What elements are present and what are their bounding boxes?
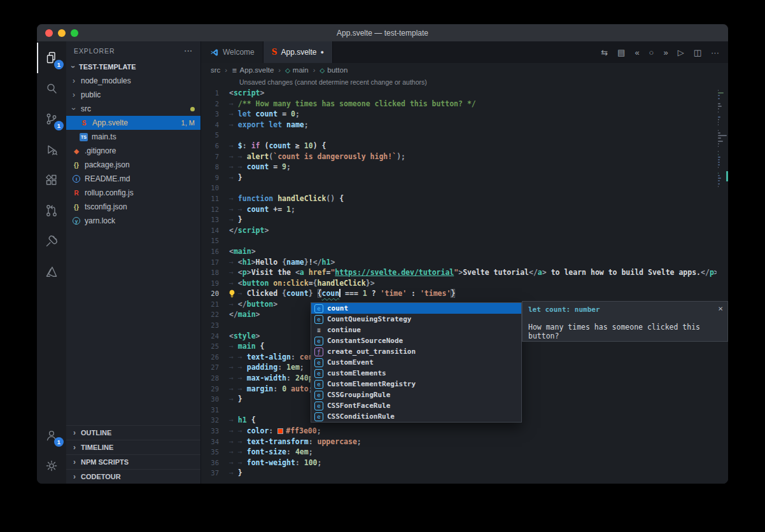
split-editor-icon[interactable]: ◫ (694, 48, 701, 57)
suggestion-countqueuingstrategy[interactable]: eCountQueuingStrategy (311, 314, 521, 325)
code-line[interactable]: 35→ → font-size: 4em; (201, 447, 728, 458)
code-line[interactable]: 37→ } (201, 468, 728, 479)
code-line[interactable]: 2→ /** How many times has someone clicke… (201, 99, 728, 109)
more-actions-icon[interactable]: ··· (711, 48, 719, 57)
code-line[interactable]: 19→ <button on:click={handleClick}> (201, 278, 728, 289)
suggestion-continue[interactable]: ≣continue (311, 325, 521, 335)
compare-changes-icon[interactable]: ⇆ (601, 48, 608, 57)
annotate-icon[interactable]: ○ (649, 48, 654, 57)
code-line[interactable]: 8→ → count = 9; (201, 162, 728, 172)
ts-file-icon: TS (80, 133, 88, 141)
sidebar-panel-timeline[interactable]: TIMELINE (66, 440, 200, 454)
sidebar-panel-codetour[interactable]: CODETOUR (66, 469, 200, 484)
code-line[interactable]: 13→ } (201, 214, 728, 225)
activity-remote-icon[interactable] (37, 226, 66, 256)
project-section-header[interactable]: TEST-TEMPLATE (66, 60, 200, 74)
suggestion-customelements[interactable]: ecustomElements (311, 368, 521, 379)
open-preview-icon[interactable]: ▤ (617, 48, 625, 57)
editor-actions: ⇆▤«○»▷◫··· (601, 41, 728, 63)
activity-azure-icon[interactable] (37, 256, 66, 287)
code-line[interactable]: 18→ <p>Visit the <a href="https://svelte… (201, 267, 728, 278)
code-line[interactable]: 9→ } (201, 172, 728, 183)
code-line[interactable]: 4→ export let name; (201, 120, 728, 130)
tree-item-node-modules[interactable]: node_modules (66, 74, 200, 88)
sidebar-panel-npm-scripts[interactable]: NPM SCRIPTS (66, 454, 200, 469)
suggestion-customevent[interactable]: eCustomEvent (311, 357, 521, 368)
run-file-icon[interactable]: ▷ (678, 48, 684, 57)
suggestion-cssconditionrule[interactable]: eCSSConditionRule (311, 411, 521, 422)
activity-settings-icon[interactable] (37, 451, 66, 481)
activity-account-icon[interactable]: 1 (37, 420, 66, 451)
file-tree: node_modulespublicsrcSApp.svelte1, MTSma… (66, 74, 200, 228)
code-line[interactable]: 3→ let count = 0; (201, 109, 728, 120)
line-number: 14 (201, 225, 229, 236)
close-window-button[interactable] (45, 29, 53, 37)
code-line[interactable]: 12→ → count += 1; (201, 204, 728, 215)
activity-github-pr-icon[interactable] (37, 195, 66, 226)
tab-label: App.svelte (281, 48, 316, 57)
activity-run-debug-icon[interactable] (37, 134, 66, 165)
sidebar-panel-outline[interactable]: OUTLINE (66, 425, 200, 440)
code-line[interactable]: 5 (201, 130, 728, 141)
suggestion-count[interactable]: ecount (311, 303, 521, 314)
code-line[interactable]: 15 (201, 235, 728, 246)
tree-item-app-svelte[interactable]: SApp.svelte1, M (66, 116, 200, 130)
code-line[interactable]: 11→ function handleClick() { (201, 193, 728, 204)
close-icon[interactable] (718, 304, 723, 313)
activity-extensions-icon[interactable] (37, 165, 66, 195)
suggestion-constantsourcenode[interactable]: eConstantSourceNode (311, 335, 521, 346)
breadcrumb-item-app-svelte[interactable]: ≣App.svelte (232, 66, 274, 74)
code-line[interactable]: 10 (201, 183, 728, 193)
code-line[interactable]: 1<script> (201, 88, 728, 99)
breadcrumb-item-main[interactable]: ◇main (285, 66, 309, 74)
next-change-icon[interactable]: » (663, 48, 668, 57)
suggestion-cssgroupingrule[interactable]: eCSSGroupingRule (311, 389, 521, 400)
code-line[interactable]: 7→ → alert(`count is dangerously high!`)… (201, 151, 728, 162)
minimap[interactable] (717, 77, 728, 484)
tree-item-rollup-config-js[interactable]: Rrollup.config.js (66, 186, 200, 200)
tab-welcome[interactable]: Welcome (201, 41, 263, 63)
tree-item-main-ts[interactable]: TSmain.ts (66, 130, 200, 144)
code-line[interactable]: 14</script> (201, 225, 728, 236)
lightbulb-icon[interactable] (227, 289, 237, 298)
suggestion-cssfontfacerule[interactable]: eCSSFontFaceRule (311, 400, 521, 411)
breadcrumb-label: main (293, 66, 309, 74)
code-line[interactable]: 17→ <h1>Hello {name}!</h1> (201, 257, 728, 268)
tree-item-public[interactable]: public (66, 88, 200, 102)
suggestion-customelementregistry[interactable]: eCustomElementRegistry (311, 379, 521, 389)
tree-item-label: .gitignore (85, 146, 116, 155)
tree-item-package-json[interactable]: {}package.json (66, 158, 200, 172)
svelte-icon: S (272, 48, 277, 57)
tree-item-readme-md[interactable]: iREADME.md (66, 172, 200, 186)
code-line[interactable]: 36→ → font-weight: 100; (201, 458, 728, 468)
tree-item-yarn-lock[interactable]: yyarn.lock (66, 214, 200, 228)
activity-search-icon[interactable] (37, 73, 66, 104)
zoom-window-button[interactable] (71, 29, 78, 37)
activity-explorer-icon[interactable]: 1 (37, 43, 66, 73)
tab-app-svelte[interactable]: SApp.svelte● (263, 41, 333, 63)
minimize-window-button[interactable] (58, 29, 66, 37)
code-line[interactable]: 16<main> (201, 246, 728, 257)
code-line[interactable]: 20→ → Clicked {count} {coun === 1 ? 'tim… (201, 288, 728, 299)
breadcrumb-item-button[interactable]: ◇button (320, 66, 348, 74)
line-number: 31 (201, 405, 229, 416)
vscode-icon (209, 48, 219, 57)
explorer-more-actions-icon[interactable] (185, 47, 193, 55)
code-editor[interactable]: Unsaved changes (cannot determine recent… (201, 77, 728, 484)
tree-item-gitignore[interactable]: ◆.gitignore (66, 144, 200, 158)
breadcrumb-item-src[interactable]: src (211, 66, 220, 74)
line-content: <main> (229, 246, 256, 257)
code-line[interactable]: 6→ $: if (count ≥ 10) { (201, 141, 728, 151)
tabs: WelcomeSApp.svelte● (201, 41, 333, 63)
chevron-right-icon (71, 473, 78, 480)
code-line[interactable]: 34→ → text-transform: uppercase; (201, 437, 728, 447)
chevron-right-icon (70, 77, 78, 85)
previous-change-icon[interactable]: « (635, 48, 639, 57)
tree-item-tsconfig-json[interactable]: {}tsconfig.json (66, 200, 200, 214)
code-line[interactable]: 33→ → color: #ff3e00; (201, 426, 728, 437)
tree-item-src[interactable]: src (66, 102, 200, 116)
line-number: 17 (201, 257, 229, 268)
suggestion-create-out-transition[interactable]: ƒcreate_out_transition (311, 346, 521, 357)
line-number: 33 (201, 426, 229, 437)
activity-source-control-icon[interactable]: 1 (37, 104, 66, 134)
